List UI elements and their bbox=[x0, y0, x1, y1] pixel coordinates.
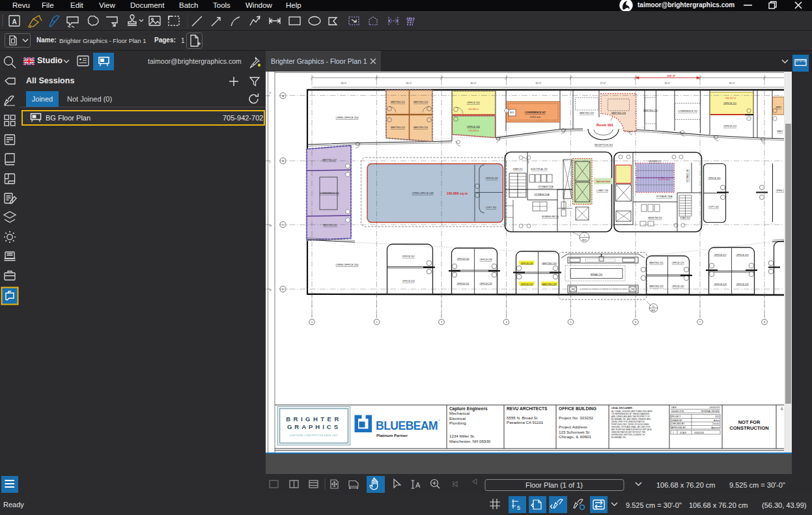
svg-text:A: A bbox=[12, 18, 16, 25]
svg-text:OFFICE 229: OFFICE 229 bbox=[672, 262, 684, 264]
svg-text:STAIR 256: STAIR 256 bbox=[680, 217, 690, 219]
svg-text:STORAGE 254A: STORAGE 254A bbox=[534, 193, 550, 196]
svg-text:MEETING 231: MEETING 231 bbox=[649, 262, 664, 264]
svg-text:(56.30, 43.99): (56.30, 43.99) bbox=[762, 501, 807, 509]
svg-text:193.878 sf: 193.878 sf bbox=[468, 130, 479, 132]
svg-text:03/04/2018: 03/04/2018 bbox=[694, 432, 704, 434]
svg-text:OFFICE 242: OFFICE 242 bbox=[402, 255, 414, 258]
svg-text:1: 1 bbox=[311, 321, 313, 324]
svg-text:OFFICE 241: OFFICE 241 bbox=[456, 283, 469, 285]
svg-text:ISSUED FOR:: ISSUED FOR: bbox=[671, 410, 684, 413]
svg-text:OFFICE 226: OFFICE 226 bbox=[736, 283, 748, 286]
svg-text:MEETING 247: MEETING 247 bbox=[322, 159, 337, 161]
svg-text:A101: A101 bbox=[510, 111, 514, 114]
svg-text:GRAPHICS: GRAPHICS bbox=[287, 423, 341, 430]
svg-text:NOT FOR: NOT FOR bbox=[738, 419, 761, 425]
svg-text:Plumbing: Plumbing bbox=[449, 421, 466, 425]
svg-text:MEETING 204: MEETING 204 bbox=[413, 126, 428, 129]
svg-text:OFFICE 205: OFFICE 205 bbox=[467, 102, 480, 104]
svg-text:A: A bbox=[415, 481, 421, 489]
svg-text:CONFERENCE 207: CONFERENCE 207 bbox=[525, 111, 546, 114]
svg-text:MEET: MEET bbox=[777, 130, 783, 133]
svg-text:MEET: MEET bbox=[776, 106, 782, 109]
svg-text:5555 N. Broad St: 5555 N. Broad St bbox=[507, 415, 538, 420]
svg-text:CONFERENCE 211: CONFERENCE 211 bbox=[678, 110, 697, 113]
svg-text:APPROVED BY:: APPROVED BY: bbox=[671, 426, 686, 429]
svg-text:03/04/2018: 03/04/2018 bbox=[710, 406, 720, 409]
svg-text:STAIR 255: STAIR 255 bbox=[513, 168, 523, 171]
svg-text:STORAGE 260: STORAGE 260 bbox=[686, 169, 689, 182]
svg-text:106.68 x 76.20 cm: 106.68 x 76.20 cm bbox=[689, 501, 748, 509]
svg-text:OFFICE 249: OFFICE 249 bbox=[485, 177, 497, 180]
svg-text:ELECTRICAL 253: ELECTRICAL 253 bbox=[531, 168, 548, 171]
svg-text:Approver: Approver bbox=[711, 426, 720, 429]
svg-text:123 Schonsett St: 123 Schonsett St bbox=[559, 430, 589, 434]
svg-text:STORAGE 253A: STORAGE 253A bbox=[538, 186, 553, 188]
svg-text:OFFICE 213: OFFICE 213 bbox=[723, 125, 736, 128]
svg-text:MEETING 234: MEETING 234 bbox=[542, 262, 556, 265]
svg-text:Visual facilities: Visual facilities bbox=[658, 178, 671, 181]
svg-text:Checker: Checker bbox=[712, 423, 720, 425]
svg-text:OFFICE 227: OFFICE 227 bbox=[714, 254, 726, 257]
svg-text:1: 1 bbox=[673, 432, 674, 434]
svg-text:OFFICE 230: OFFICE 230 bbox=[672, 285, 684, 288]
svg-text:OPEN OFFICE 248: OPEN OFFICE 248 bbox=[412, 192, 433, 195]
svg-text:MEETING 232: MEETING 232 bbox=[649, 285, 664, 288]
svg-text:L: L bbox=[270, 161, 271, 163]
svg-text:CONFERENCE 246: CONFERENCE 246 bbox=[320, 192, 339, 195]
svg-text:STORAGE 256A: STORAGE 256A bbox=[656, 195, 673, 198]
svg-text:3232: 3232 bbox=[715, 415, 720, 418]
svg-text:OFFICE 238: OFFICE 238 bbox=[479, 258, 492, 261]
svg-text:MEETING 209: MEETING 209 bbox=[580, 112, 594, 115]
svg-text:Project No: 323232: Project No: 323232 bbox=[559, 415, 594, 420]
svg-text:30'-0": 30'-0" bbox=[406, 82, 412, 85]
svg-text:LEGAL DISCLAIMER:: LEGAL DISCLAIMER: bbox=[611, 407, 633, 410]
svg-text:OPEN O: OPEN O bbox=[776, 189, 784, 192]
svg-text:S: S bbox=[781, 407, 783, 411]
svg-text:254.839 sf: 254.839 sf bbox=[468, 108, 479, 111]
svg-text:OFFICE 239: OFFICE 239 bbox=[479, 283, 492, 285]
svg-text:Manchester, NH 06930: Manchester, NH 06930 bbox=[449, 439, 491, 443]
svg-text:RECEPTION 263: RECEPTION 263 bbox=[595, 144, 613, 146]
svg-text:Room 001: Room 001 bbox=[596, 123, 613, 127]
svg-text:Platinum Partner: Platinum Partner bbox=[376, 434, 408, 438]
svg-text:30'-0": 30'-0" bbox=[664, 82, 671, 85]
svg-text:5: 5 bbox=[517, 505, 520, 511]
svg-text:160.886 sq m: 160.886 sq m bbox=[447, 191, 468, 195]
svg-text:N: N bbox=[270, 289, 272, 292]
svg-text:Chicago, IL 60601: Chicago, IL 60601 bbox=[559, 434, 592, 439]
svg-text:4: 4 bbox=[505, 321, 507, 324]
svg-text:OFFICE 212: OFFICE 212 bbox=[723, 102, 736, 105]
svg-text:1234 Miller St.: 1234 Miller St. bbox=[449, 434, 475, 438]
svg-text:DATE: DATE bbox=[671, 406, 677, 409]
svg-text:REVU ARCHITECTS: REVU ARCHITECTS bbox=[507, 406, 548, 411]
svg-text:OFFICE BUILDING: OFFICE BUILDING bbox=[559, 406, 596, 411]
svg-text:SCALE: SCALE bbox=[680, 432, 686, 434]
svg-text:COPY 262: COPY 262 bbox=[708, 206, 719, 208]
svg-text:3: 3 bbox=[441, 321, 442, 324]
svg-text:106.68 x 76.20 cm: 106.68 x 76.20 cm bbox=[656, 481, 716, 489]
svg-text:A301: A301 bbox=[651, 309, 656, 312]
svg-text:7: 7 bbox=[699, 321, 701, 324]
svg-text:BLUEBEAM, INC.: BLUEBEAM, INC. bbox=[611, 436, 626, 439]
svg-text:6: 6 bbox=[635, 321, 636, 324]
svg-text:30'-0": 30'-0" bbox=[729, 82, 735, 85]
svg-text:OFFICE 240: OFFICE 240 bbox=[456, 258, 469, 260]
svg-text:30'-0": 30'-0" bbox=[535, 82, 542, 85]
svg-text:OPEN OFFICE 264: OPEN OFFICE 264 bbox=[336, 263, 359, 266]
svg-text:MEETING 208: MEETING 208 bbox=[611, 112, 626, 115]
svg-text:MEETING 245: MEETING 245 bbox=[323, 224, 337, 227]
svg-text:BRIGHTER: BRIGHTER bbox=[286, 415, 342, 423]
svg-text:Electrical: Electrical bbox=[449, 416, 466, 421]
svg-text:9.525 cm = 30'-0": 9.525 cm = 30'-0" bbox=[729, 481, 785, 489]
svg-text:30'-0": 30'-0" bbox=[470, 82, 477, 85]
svg-text:OPEN OFFICE 200: OPEN OFFICE 200 bbox=[336, 116, 359, 119]
svg-text:204.512 sf: 204.512 sf bbox=[725, 97, 736, 100]
svg-text:DRAWN BY:: DRAWN BY: bbox=[671, 419, 682, 422]
svg-text:2: 2 bbox=[376, 321, 377, 324]
svg-text:Split into three: Split into three bbox=[596, 180, 610, 183]
svg-text:PROJECT: PROJECT bbox=[671, 415, 681, 418]
svg-text:Mechanical: Mechanical bbox=[449, 411, 469, 415]
svg-text:CONSTRUCTION: CONSTRUCTION bbox=[729, 425, 768, 431]
svg-text:®: ® bbox=[438, 419, 440, 422]
